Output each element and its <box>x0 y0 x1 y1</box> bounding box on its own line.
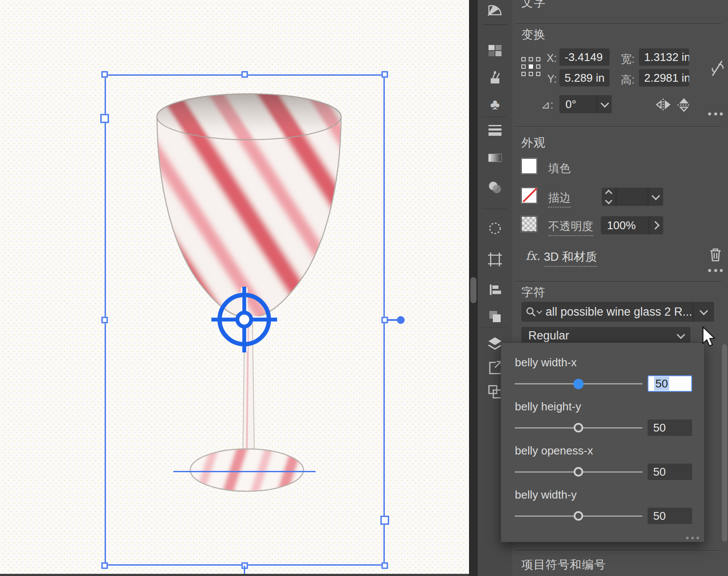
section-title-transform: 变换 <box>521 27 546 42</box>
stroke-weight-control[interactable] <box>602 188 663 206</box>
stroke-weight-value[interactable] <box>616 188 648 206</box>
selection-handle[interactable] <box>382 563 388 569</box>
stroke-color-swatch[interactable] <box>521 188 537 203</box>
selection-handle[interactable] <box>242 71 248 78</box>
stroke-weight-chevron[interactable] <box>648 188 663 206</box>
appearance-more-options[interactable] <box>708 269 723 272</box>
selection-handle[interactable] <box>382 71 388 78</box>
selection-handle[interactable] <box>382 317 388 323</box>
opacity-swatch[interactable] <box>521 216 537 232</box>
width-value-field[interactable]: 1.3132 in <box>639 48 689 66</box>
slider-value-field[interactable]: 50 <box>648 375 692 392</box>
symbols-icon[interactable]: ♣ <box>478 95 512 114</box>
slider-value-field[interactable]: 50 <box>648 464 692 480</box>
selection-handle[interactable] <box>102 563 108 569</box>
font-family-value: all possible wine glass 2 R... <box>546 305 693 319</box>
section-title-bullets: 项目符号和编号 <box>521 557 606 573</box>
popup-resize-grip[interactable] <box>686 537 699 539</box>
transparency-icon[interactable] <box>478 178 512 197</box>
artboard-canvas[interactable] <box>0 0 469 576</box>
3d-materials-link[interactable]: 3D 和材质 <box>544 249 597 267</box>
height-value-field[interactable]: 2.2981 in <box>639 69 689 86</box>
opacity-label[interactable]: 不透明度 <box>548 219 593 236</box>
selection-annotation-dot[interactable] <box>397 316 405 324</box>
angle-value[interactable]: 0° <box>559 95 597 113</box>
panel-divider-grip[interactable] <box>470 277 476 303</box>
section-title-appearance: 外观 <box>521 135 546 150</box>
color-guide-icon[interactable] <box>478 0 512 18</box>
constrain-proportions-icon[interactable] <box>709 58 725 78</box>
text-baseline-indicator <box>173 471 316 472</box>
section-separator <box>516 550 722 551</box>
slider-label: belly width-y <box>515 488 577 502</box>
iconbar-separator <box>483 208 507 209</box>
slider-label: belly width-x <box>515 356 577 369</box>
angle-dropdown-chevron[interactable] <box>597 95 612 113</box>
angle-icon: ⊿: <box>541 99 553 111</box>
font-search-icon <box>521 307 546 317</box>
section-title-text: 文字 <box>521 0 546 10</box>
align-icon[interactable] <box>478 280 512 299</box>
font-family-chevron[interactable] <box>693 302 714 322</box>
iconbar-separator <box>483 327 507 328</box>
mouse-cursor <box>701 326 720 349</box>
selection-handle[interactable] <box>102 71 108 78</box>
height-label: 高: <box>621 73 635 87</box>
stroke-icon[interactable] <box>478 120 512 139</box>
reference-point-grid[interactable] <box>521 57 541 77</box>
slider-handle[interactable] <box>574 511 583 521</box>
gradient-icon[interactable] <box>478 148 512 167</box>
transform-origin-crosshair[interactable] <box>209 284 280 355</box>
iconbar-separator <box>483 24 507 25</box>
transform-more-options[interactable] <box>708 112 723 115</box>
fx-icon: fx. <box>526 249 540 262</box>
fill-color-swatch[interactable] <box>521 158 537 174</box>
flip-horizontal-icon[interactable] <box>655 98 671 112</box>
font-style-chevron[interactable] <box>671 333 690 338</box>
font-style-combo[interactable]: Regular <box>521 327 690 344</box>
y-value-field[interactable]: 5.289 in <box>559 69 610 86</box>
pathfinder-icon[interactable] <box>478 307 512 326</box>
y-label: Y: <box>546 73 557 85</box>
fill-label[interactable]: 填色 <box>548 161 571 176</box>
section-separator <box>516 126 722 128</box>
annotation-connector-line <box>388 319 397 321</box>
slider-handle[interactable] <box>574 467 583 477</box>
slider-label: belly height-y <box>515 400 581 413</box>
x-value-field[interactable]: -3.4149 <box>559 48 610 66</box>
section-title-character: 字符 <box>521 285 546 300</box>
opacity-control[interactable]: 100% <box>601 216 663 234</box>
swatches-icon[interactable] <box>478 41 512 60</box>
selection-side-handle[interactable] <box>100 114 109 123</box>
slider-handle[interactable] <box>573 379 584 389</box>
selection-handle[interactable] <box>102 317 108 323</box>
slider-value-field[interactable]: 50 <box>648 508 692 524</box>
rotation-angle-control[interactable]: 0° <box>559 95 612 113</box>
stroke-weight-stepper[interactable] <box>602 188 616 206</box>
selection-side-handle[interactable] <box>380 516 389 525</box>
appearance-icon[interactable] <box>478 219 512 238</box>
width-label: 宽: <box>621 52 635 66</box>
stroke-label[interactable]: 描边 <box>548 190 571 208</box>
section-separator <box>516 23 722 25</box>
x-label: X: <box>546 52 557 64</box>
font-family-combo[interactable]: all possible wine glass 2 R... <box>521 302 714 322</box>
font-style-value: Regular <box>521 329 671 342</box>
brushes-icon[interactable] <box>478 68 512 87</box>
section-separator <box>516 281 722 282</box>
flip-vertical-icon[interactable] <box>677 98 691 112</box>
variable-font-popup: belly width-x 50 belly height-y 50 belly… <box>501 342 705 542</box>
opacity-panel-chevron[interactable] <box>648 216 663 234</box>
artboard-icon[interactable] <box>478 250 512 269</box>
panel-scrollbar-thumb[interactable] <box>722 344 727 541</box>
window-bottom-edge <box>0 574 478 576</box>
iconbar-separator <box>483 116 507 117</box>
delete-effect-trash-icon[interactable] <box>709 247 722 262</box>
slider-value-field[interactable]: 50 <box>648 419 692 436</box>
slider-handle[interactable] <box>574 423 583 432</box>
slider-label: belly openess-x <box>515 444 593 458</box>
opacity-value[interactable]: 100% <box>601 216 648 234</box>
